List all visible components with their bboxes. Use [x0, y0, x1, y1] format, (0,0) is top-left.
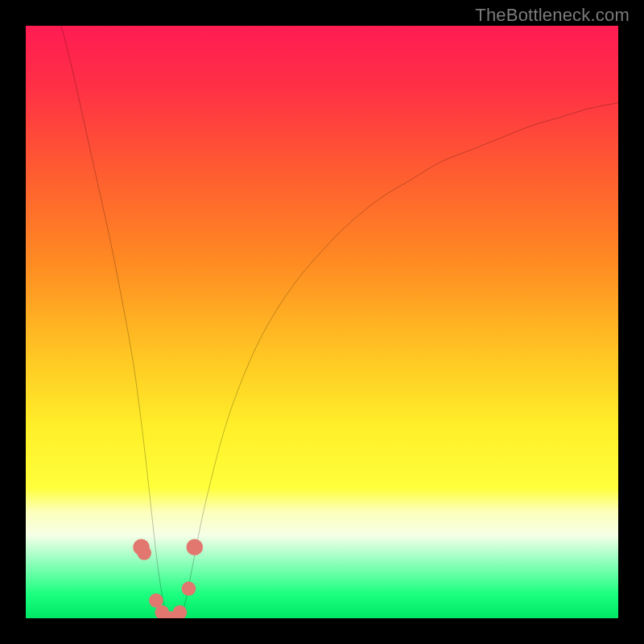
- marker-dot: [186, 539, 203, 555]
- marker-dot: [182, 581, 196, 596]
- curve-layer: [26, 26, 618, 618]
- bottleneck-curve: [61, 26, 618, 618]
- plot-area: [26, 26, 618, 618]
- curve-markers: [133, 539, 203, 618]
- marker-dot: [137, 546, 151, 560]
- watermark-text: TheBottleneck.com: [475, 5, 630, 26]
- marker-dot: [173, 605, 188, 618]
- chart-frame: TheBottleneck.com: [0, 0, 644, 644]
